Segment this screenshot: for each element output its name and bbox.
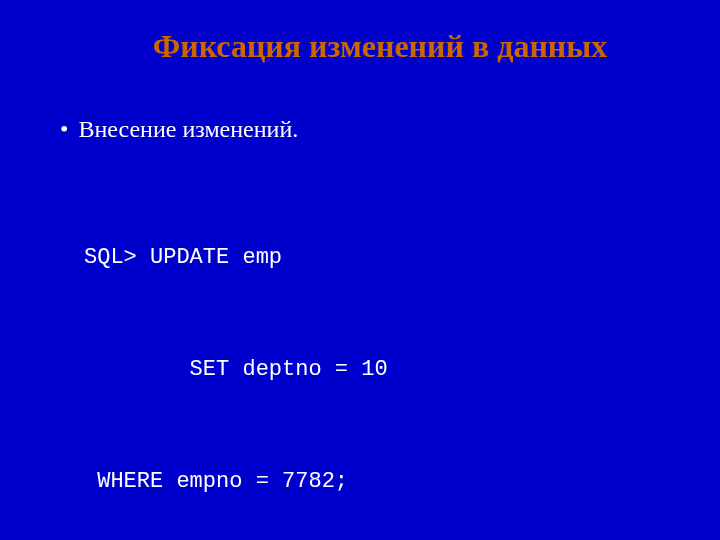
code-line: WHERE empno = 7782; bbox=[84, 463, 680, 500]
bullet-marker: • bbox=[60, 115, 68, 144]
code-line: SET deptno = 10 bbox=[84, 351, 680, 388]
bullet-item-1: • Внесение изменений. bbox=[60, 115, 680, 144]
slide-title: Фиксация изменений в данных bbox=[80, 28, 680, 65]
slide-container: Фиксация изменений в данных • Внесение и… bbox=[0, 0, 720, 540]
bullet-text-1: Внесение изменений. bbox=[78, 115, 298, 144]
code-line: SQL> UPDATE emp bbox=[84, 239, 680, 276]
code-block-1: SQL> UPDATE emp SET deptno = 10 WHERE em… bbox=[84, 164, 680, 540]
